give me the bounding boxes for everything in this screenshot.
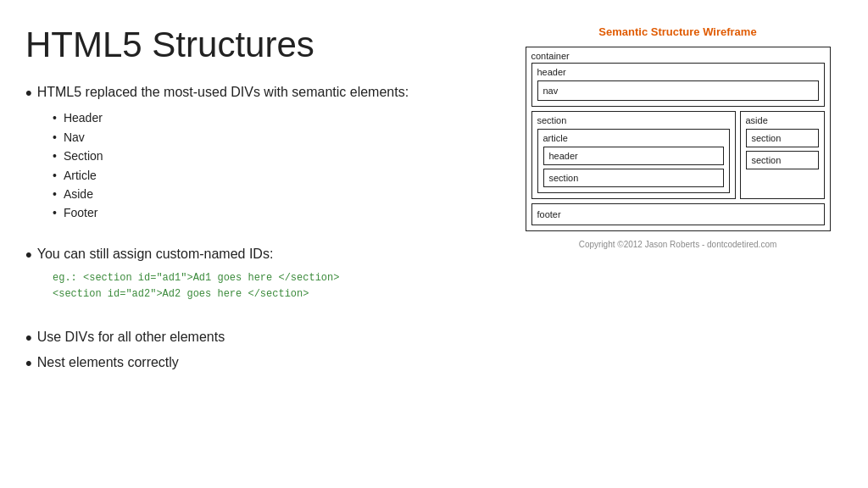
code-line-2: <section id="ad2">Ad2 goes here </sectio… — [53, 286, 496, 302]
sub-dot-6: • — [53, 203, 57, 222]
sub-label-aside: Aside — [64, 185, 93, 203]
sub-dot-1: • — [53, 108, 57, 127]
wf-aside-inner: section section — [746, 129, 819, 169]
wf-header-block: header nav — [531, 63, 825, 107]
wf-inner-section: section — [543, 169, 724, 187]
bullet-3-dot: • — [25, 328, 32, 348]
sub-label-footer: Footer — [64, 203, 97, 222]
right-panel: Semantic Structure Wireframe container h… — [513, 25, 843, 471]
wf-header-label: header — [537, 67, 819, 77]
bullet-3-text: Use DIVs for all other elements — [37, 328, 496, 347]
bullet-2-text: You can still assign custom-named IDs: — [37, 245, 496, 263]
copyright-text: Copyright ©2012 Jason Roberts - dontcode… — [579, 240, 777, 249]
wf-inner: header nav section article header — [531, 63, 825, 225]
sub-bullet-article: • Article — [53, 166, 496, 185]
wf-footer-block: footer — [531, 203, 825, 225]
wf-nav-block: nav — [537, 80, 819, 101]
sub-dot-5: • — [53, 185, 57, 203]
slide: HTML5 Structures • HTML5 replaced the mo… — [0, 0, 868, 488]
wf-middle-row: section article header section aside — [531, 111, 825, 199]
bullet-4-dot: • — [25, 353, 32, 374]
sub-bullet-aside: • Aside — [53, 185, 496, 203]
wf-inner-header: header — [543, 147, 724, 165]
wf-section-outer: section article header section — [531, 111, 736, 199]
sub-bullets-1: • Header • Nav • Section • Article • A — [53, 108, 496, 222]
sub-bullet-footer: • Footer — [53, 203, 496, 222]
sub-label-article: Article — [64, 166, 97, 185]
wf-aside-label: aside — [746, 115, 819, 125]
slide-title: HTML5 Structures — [25, 25, 496, 64]
wf-aside-section-1: section — [746, 129, 819, 147]
bullet-4-text: Nest elements correctly — [37, 353, 496, 372]
container-label: container — [531, 51, 570, 61]
code-line-1: eg.: <section id="ad1">Ad1 goes here </s… — [53, 270, 496, 286]
bullet-3: • Use DIVs for all other elements — [25, 328, 496, 348]
sub-label-section: Section — [64, 147, 103, 165]
sub-bullet-nav: • Nav — [53, 128, 496, 147]
wf-aside-block: aside section section — [740, 111, 825, 199]
wireframe-title: Semantic Structure Wireframe — [598, 25, 756, 38]
bullet-1: • HTML5 replaced the most-used DIVs with… — [25, 83, 496, 103]
wf-section-label: section — [537, 115, 730, 125]
wf-article-label: article — [543, 133, 724, 143]
left-panel: HTML5 Structures • HTML5 replaced the mo… — [25, 25, 496, 471]
wireframe-container: container header nav section article — [526, 47, 831, 231]
wf-nav-label: nav — [543, 86, 559, 96]
bullet-2-section: • You can still assign custom-named IDs:… — [25, 245, 496, 307]
sub-label-header: Header — [64, 108, 103, 127]
bullet-1-section: • HTML5 replaced the most-used DIVs with… — [25, 83, 496, 228]
wf-article-inner: header section — [543, 147, 724, 187]
bullet-4: • Nest elements correctly — [25, 353, 496, 374]
sub-label-nav: Nav — [64, 128, 85, 147]
bullet-1-dot: • — [25, 83, 32, 103]
code-block: eg.: <section id="ad1">Ad1 goes here </s… — [53, 270, 496, 302]
sub-dot-2: • — [53, 128, 57, 147]
sub-dot-4: • — [53, 166, 57, 185]
bullet-1-text: HTML5 replaced the most-used DIVs with s… — [37, 83, 496, 102]
wf-aside-section-2: section — [746, 151, 819, 169]
bullet-2: • You can still assign custom-named IDs: — [25, 245, 496, 265]
bottom-bullets: • Use DIVs for all other elements • Nest… — [25, 328, 496, 379]
bullet-2-dot: • — [25, 245, 32, 265]
sub-dot-3: • — [53, 147, 57, 165]
sub-bullet-section: • Section — [53, 147, 496, 165]
wf-article-block: article header section — [537, 129, 730, 193]
sub-bullet-header: • Header — [53, 108, 496, 127]
